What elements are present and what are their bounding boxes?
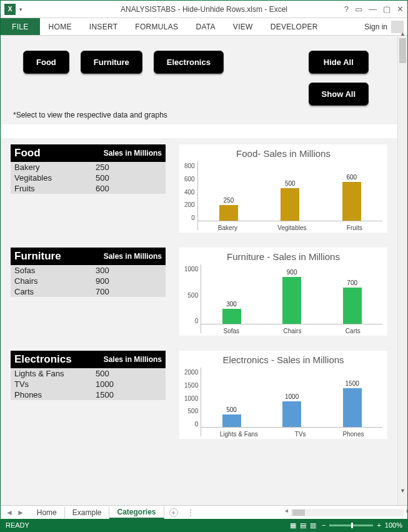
chart-food: Food- Sales in Millions 8006004002000 25… [179,144,387,233]
qat-dropdown-icon[interactable]: ▾ [19,6,22,13]
titlebar: X ▾ ANALYSISTABS - Hide-Unhide Rows.xlsm… [1,1,407,18]
zoom-level: 100% [385,521,402,529]
scroll-down-icon[interactable]: ▼ [398,488,407,494]
bar [222,414,241,428]
data-table-furniture: FurnitureSales in Millions Sofas300Chair… [11,248,166,336]
bar [343,388,362,428]
table-row: Vegitables500 [11,173,166,183]
table-title: Food [14,147,104,159]
y-tick-label: 0 [195,421,199,428]
food-button[interactable]: Food [23,51,69,74]
bar-value-label: 500 [226,406,237,413]
y-tick-label: 1500 [184,382,198,389]
table-title: Furniture [14,250,104,263]
x-tick-label: Carts [346,328,361,334]
sheet-tab-categories[interactable]: Categories [109,506,164,519]
hide-all-button[interactable]: Hide All [309,51,369,74]
tab-developer[interactable]: DEVELOPER [262,18,327,35]
zoom-slider[interactable] [329,524,373,526]
bar-value-label: 1000 [285,393,299,400]
bar [342,182,361,221]
chart-title: Electronics - Sales in Millions [184,354,382,365]
table-row: Chairs900 [11,276,166,286]
tab-nav-first-icon[interactable]: ◄ [6,508,13,517]
sign-in-label: Sign in [364,23,387,31]
tab-insert[interactable]: INSERT [81,18,127,35]
x-tick-label: Bakery [218,224,237,231]
bar-value-label: 500 [285,180,296,187]
tab-view[interactable]: VIEW [224,18,262,35]
y-axis: 8006004002000 [184,161,197,230]
bar [219,205,238,221]
new-sheet-icon[interactable]: + [169,508,178,517]
electronics-button[interactable]: Electronics [154,51,224,74]
y-tick-label: 1000 [184,395,198,402]
bar [282,401,301,428]
excel-icon: X [4,4,16,15]
chart-title: Food- Sales in Millions [184,148,382,159]
scroll-up-icon[interactable]: ▲ [398,31,407,37]
chart-furniture: Furniture - Sales in Millions 10005000 3… [179,248,387,336]
y-tick-label: 500 [188,292,199,299]
ribbon-tabs: FILE HOME INSERT FORMULAS DATA VIEW DEVE… [1,18,407,36]
table-row: Carts700 [11,286,166,297]
minimize-icon[interactable]: — [369,4,377,14]
bar-value-label: 700 [347,279,357,286]
y-tick-label: 0 [191,214,195,221]
vertical-scrollbar[interactable]: ▲ ▼ [397,36,407,505]
zoom-in-icon[interactable]: + [377,521,381,529]
status-ready: READY [6,521,29,529]
worksheet[interactable]: Food Furniture Electronics Hide All Show… [1,36,397,505]
table-title: Electronics [14,353,104,366]
y-tick-label: 1000 [184,266,198,273]
scroll-thumb[interactable] [399,38,406,63]
show-all-button[interactable]: Show All [309,83,369,106]
x-tick-label: Vegitables [277,224,306,231]
data-table-food: FoodSales in Millions Bakery250Vegitable… [11,144,166,233]
tab-divider: ⋮ [187,508,194,517]
tab-data[interactable]: DATA [187,18,224,35]
sheet-tab-home[interactable]: Home [29,507,65,518]
table-row: Fruits600 [11,183,166,194]
bar-value-label: 300 [226,301,237,308]
x-tick-label: Lights & Fans [220,431,258,438]
y-axis: 2000150010005000 [184,368,201,436]
chart-title: Furniture - Sales in Millions [184,251,382,262]
y-tick-label: 0 [195,318,199,324]
y-tick-label: 400 [184,189,195,196]
horizontal-scrollbar[interactable] [291,509,404,516]
data-table-electronics: ElectronicsSales in Millions Lights & Fa… [11,351,166,439]
tab-file[interactable]: FILE [1,18,40,35]
maximize-icon[interactable]: ▢ [383,4,391,14]
bar [343,288,362,324]
table-row: Phones1500 [11,389,166,400]
bar-value-label: 1500 [346,380,359,387]
x-tick-label: Sofas [223,328,239,334]
x-axis: SofasChairsCarts [201,328,382,334]
table-header-sales: Sales in Millions [104,355,162,364]
bar-value-label: 250 [224,197,234,204]
close-icon[interactable]: ✕ [397,4,404,14]
x-tick-label: Chairs [284,328,302,334]
tab-formulas[interactable]: FORMULAS [126,18,187,35]
y-tick-label: 2000 [184,369,198,376]
bar-value-label: 600 [346,174,357,181]
bar [282,277,301,324]
furniture-button[interactable]: Furniture [81,51,142,74]
sheet-tab-example[interactable]: Example [65,507,110,518]
view-buttons[interactable]: ▦▤▥ [288,521,318,529]
table-row: Bakery250 [11,162,166,173]
sheet-tab-bar: ◄ ► Home Example Categories + ⋮ [1,505,407,519]
tab-home[interactable]: HOME [40,18,81,35]
x-tick-label: Fruits [347,224,362,231]
help-icon[interactable]: ? [344,4,349,14]
ribbon-options-icon[interactable]: ▭ [355,4,362,14]
y-tick-label: 500 [188,408,199,414]
table-row: TVs1000 [11,379,166,389]
bar [222,309,241,324]
y-tick-label: 200 [184,201,195,208]
zoom-out-icon[interactable]: − [322,521,326,529]
x-axis: BakeryVegitablesFruits [198,224,382,231]
instruction-text: *Select to view the respective data and … [13,111,387,119]
tab-nav-last-icon[interactable]: ► [17,508,24,517]
